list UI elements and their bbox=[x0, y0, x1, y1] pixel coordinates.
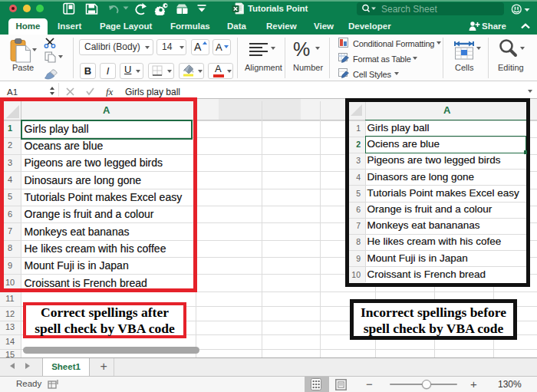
svg-text:fx: fx bbox=[106, 87, 114, 97]
